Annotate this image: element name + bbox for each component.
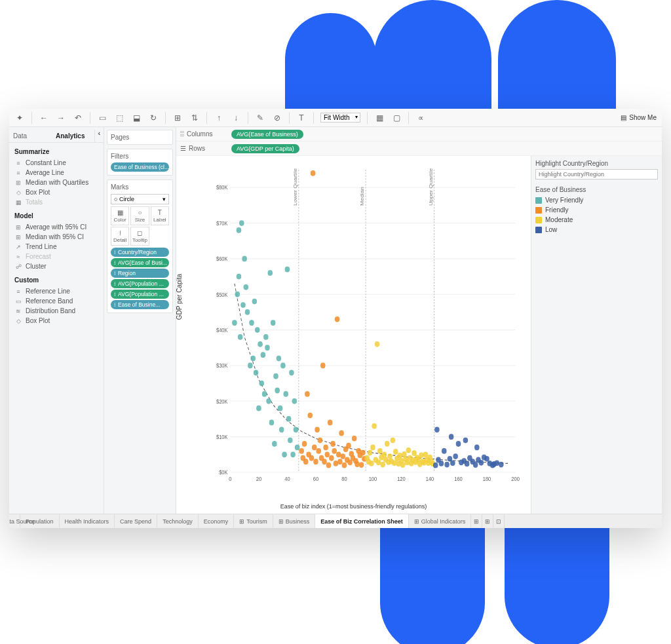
pill-icon: ⁞ — [114, 260, 116, 266]
forward-icon[interactable]: → — [56, 113, 66, 123]
back-icon[interactable]: ← — [39, 113, 49, 123]
filters-shelf[interactable]: Filters Ease of Business (cl...≡ — [107, 149, 173, 176]
mark-pill[interactable]: ⁞AVG(Population ... — [111, 290, 169, 299]
highlight-input[interactable] — [535, 169, 658, 180]
svg-point-112 — [346, 443, 351, 449]
mark-pill[interactable]: ⁞AVG(Population ... — [111, 279, 169, 288]
analytics-item[interactable]: ☍Cluster — [9, 261, 104, 271]
sheet-tab[interactable]: ⊞Business — [273, 514, 316, 528]
present-icon[interactable]: ▢ — [391, 113, 402, 123]
mark-tooltip-button[interactable]: ◻Tooltip — [130, 227, 149, 246]
view-cards-icon[interactable]: ▦ — [374, 113, 385, 123]
data-source-tab[interactable]: ⬓ Data Source — [9, 514, 20, 528]
svg-point-97 — [325, 451, 330, 457]
svg-point-90 — [315, 426, 320, 432]
group-icon[interactable]: ⊘ — [272, 113, 282, 123]
undo-icon[interactable]: ↶ — [73, 113, 83, 123]
show-me-button[interactable]: ▤Show Me — [621, 114, 657, 121]
sheet-tab[interactable]: Technology — [157, 514, 199, 528]
new-worksheet-button[interactable]: ⊞ — [471, 514, 482, 528]
legend-item[interactable]: Moderate — [535, 215, 658, 225]
legend-item[interactable]: Low — [535, 225, 658, 235]
collapse-sidebar-icon[interactable]: ‹ — [94, 130, 104, 142]
analytics-item[interactable]: ⊞Median with Quartiles — [9, 178, 104, 187]
svg-point-184 — [463, 438, 469, 444]
share-icon[interactable]: ∝ — [415, 113, 426, 123]
analytics-item-icon: ≡ — [14, 160, 22, 166]
svg-point-191 — [479, 460, 484, 466]
highlight-icon[interactable]: ✎ — [255, 113, 265, 123]
columns-pill[interactable]: AVG(Ease of Business) — [231, 130, 303, 139]
pages-shelf[interactable]: Pages — [107, 130, 173, 145]
new-story-button[interactable]: ⊡ — [493, 514, 505, 528]
fit-select[interactable]: Fit Width — [320, 113, 360, 123]
sheet-tab[interactable]: Care Spend — [115, 514, 157, 528]
marks-card: Marks ○ Circle▾ ▦Color ○Size TLabel ⁞Det… — [107, 180, 173, 313]
svg-point-181 — [456, 441, 461, 447]
analytics-item[interactable]: ≡Reference Line — [9, 286, 104, 296]
sort-asc-icon[interactable]: ↑ — [214, 113, 224, 123]
sheet-tab[interactable]: ⊞Tourism — [234, 514, 273, 528]
mark-pill[interactable]: ⁞Ease of Busine... — [111, 300, 169, 309]
tab-data[interactable]: Data — [9, 130, 52, 142]
svg-text:0: 0 — [229, 476, 232, 483]
mark-pill[interactable]: ⁞Country/Region — [111, 248, 169, 257]
svg-text:$20K: $20K — [216, 398, 228, 405]
legend-swatch — [535, 207, 542, 214]
mark-label-button[interactable]: TLabel — [151, 206, 169, 225]
mark-pill[interactable]: ⁞Region — [111, 269, 169, 278]
svg-point-172 — [434, 426, 440, 432]
svg-point-56 — [266, 398, 271, 404]
analytics-item[interactable]: ≋Distribution Band — [9, 306, 104, 316]
legend-item[interactable]: Friendly — [535, 205, 658, 215]
mark-size-button[interactable]: ○Size — [130, 206, 149, 225]
analytics-item[interactable]: ⊞Median with 95% CI — [9, 232, 104, 242]
svg-point-45 — [250, 356, 256, 362]
legend-swatch — [535, 217, 542, 223]
svg-point-147 — [398, 453, 403, 459]
svg-text:$30K: $30K — [216, 363, 228, 369]
analytics-item[interactable]: ≡Constant Line — [9, 158, 104, 168]
new-data-icon[interactable]: ⬚ — [114, 113, 125, 123]
filter-pill[interactable]: Ease of Business (cl...≡ — [111, 162, 169, 172]
analytics-item[interactable]: ▭Reference Band — [9, 296, 104, 306]
sheet-tab[interactable]: ⊞Global Indicators — [409, 514, 472, 528]
tab-analytics[interactable]: Analytics — [52, 130, 94, 142]
chart-viewport[interactable]: GDP per Capita Ease of biz index (1=most… — [176, 156, 531, 514]
swap-icon[interactable]: ⇅ — [189, 113, 200, 123]
svg-text:40: 40 — [284, 476, 290, 483]
mark-type-select[interactable]: ○ Circle▾ — [111, 194, 169, 204]
mark-detail-button[interactable]: ⁞Detail — [111, 227, 129, 246]
sort-desc-icon[interactable]: ↓ — [231, 113, 241, 123]
sheet-tab[interactable]: Health Indicators — [60, 514, 115, 528]
svg-point-46 — [252, 299, 258, 305]
svg-point-103 — [334, 461, 339, 466]
analytics-item[interactable]: ≡Average Line — [9, 168, 104, 178]
new-dashboard-button[interactable]: ⊞ — [482, 514, 493, 528]
svg-point-64 — [278, 406, 283, 411]
legend-item[interactable]: Very Friendly — [535, 195, 658, 205]
analytics-item[interactable]: ⊞Average with 95% CI — [9, 222, 104, 232]
columns-shelf[interactable]: ⦙⦙⦙Columns AVG(Ease of Business) — [176, 127, 662, 142]
mark-pill[interactable]: ⁞AVG(Ease of Busi... — [111, 258, 169, 267]
rows-shelf[interactable]: ☰Rows AVG(GDP per Capita) — [176, 142, 662, 156]
svg-text:Median: Median — [360, 187, 365, 206]
sheet-tab[interactable]: Economy — [199, 514, 235, 528]
data-icon[interactable]: ⬓ — [131, 113, 142, 123]
mark-color-button[interactable]: ▦Color — [111, 206, 129, 225]
svg-point-135 — [380, 462, 385, 468]
analytics-item[interactable]: ◇Box Plot — [9, 187, 104, 197]
refresh-icon[interactable]: ↻ — [148, 113, 159, 123]
worksheet-icon[interactable]: ⊞ — [172, 113, 183, 123]
svg-point-94 — [320, 363, 326, 369]
svg-point-128 — [370, 445, 375, 451]
sheet-tab[interactable]: Ease of Biz Correlation Sheet — [315, 514, 409, 528]
label-icon[interactable]: T — [296, 113, 307, 123]
analytics-item[interactable]: ↗Trend Line — [9, 242, 104, 252]
svg-point-49 — [256, 406, 261, 411]
analytics-item[interactable]: ◇Box Plot — [9, 316, 104, 326]
rows-pill[interactable]: AVG(GDP per Capita) — [231, 144, 299, 153]
svg-point-179 — [450, 460, 455, 466]
sheet-tab[interactable]: Population — [20, 514, 60, 528]
save-icon[interactable]: ▭ — [97, 113, 107, 123]
